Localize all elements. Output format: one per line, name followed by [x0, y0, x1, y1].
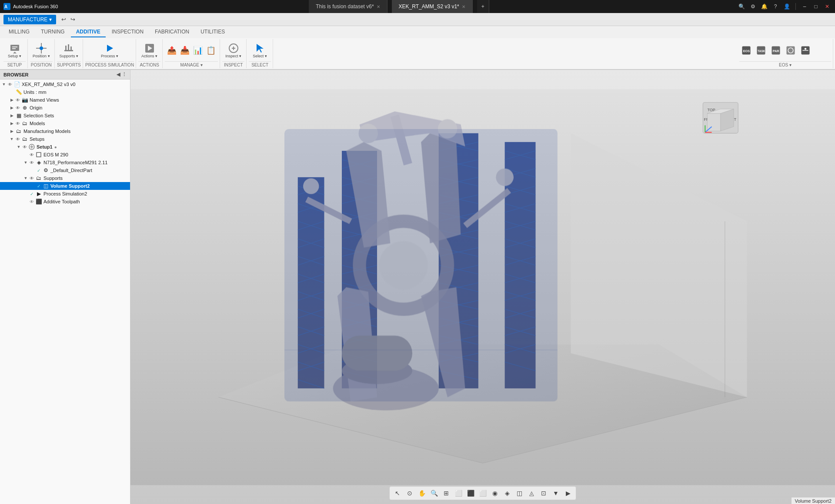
tree-label-setups: Setups	[29, 136, 44, 142]
browser-collapse-icon[interactable]: ◀	[117, 72, 120, 77]
tree-arrow-selection-sets[interactable]: ▶	[9, 113, 15, 118]
panel-manage-label: MANAGE ▾	[165, 61, 218, 68]
process-sim-icon[interactable]: Process ▾	[99, 41, 120, 60]
manage-icon-2[interactable]: 📥	[179, 45, 191, 56]
tree-default-direct[interactable]: ▶ ✓ ⚙ _Default_DirectPart	[0, 166, 130, 174]
tree-label-selection-sets: Selection Sets	[23, 113, 54, 118]
tree-setup1[interactable]: ▼ 👁 Setup1 ●	[0, 143, 130, 151]
tree-volume-support2[interactable]: ▶ ✓ ◫ Volume Support2	[0, 182, 130, 190]
tree-arrow-n718[interactable]: ▼	[23, 160, 29, 165]
orbit-icon[interactable]: ⊙	[404, 488, 415, 498]
actions-icon[interactable]: Actions ▾	[140, 41, 159, 60]
tree-setups[interactable]: ▼ 👁 🗂 Setups	[0, 135, 130, 143]
supports-icon[interactable]: Supports ▾	[58, 41, 80, 60]
pan-icon[interactable]: ✋	[417, 488, 427, 498]
tree-label-named-views: Named Views	[29, 97, 59, 103]
tree-label-eos-m290: EOS M 290	[43, 152, 68, 157]
display-icon-3[interactable]: ◫	[514, 488, 524, 498]
settings-icon[interactable]: ⚙	[748, 2, 757, 11]
panel-process-simulation: Process ▾ PROCESS SIMULATION	[84, 39, 136, 68]
manage-icon-3[interactable]: 📊	[192, 45, 204, 56]
tree-supports[interactable]: ▼ 👁 🗂 Supports	[0, 174, 130, 182]
eos-icon-4[interactable]	[785, 45, 797, 56]
tab-milling[interactable]: MILLING	[3, 27, 35, 37]
tree-named-views[interactable]: ▶ 👁 📷 Named Views	[0, 96, 130, 104]
tree-label-root: XEK_RT_AMM_S2 v3 v0	[21, 82, 75, 87]
play-icon[interactable]: ▶	[563, 488, 573, 498]
manage-icon-4[interactable]: 📋	[205, 45, 217, 56]
browser-menu-icon[interactable]: ⋮	[122, 72, 127, 77]
view-icon-3[interactable]: ⬜	[478, 488, 488, 498]
minimize-button[interactable]: –	[800, 2, 809, 11]
tree-arrow-origin[interactable]: ▶	[9, 106, 15, 110]
filter-icon[interactable]: ▼	[551, 488, 561, 498]
fit-icon[interactable]: ⊞	[441, 488, 451, 498]
zoom-icon[interactable]: 🔍	[429, 488, 439, 498]
tab-dataset[interactable]: This is fusion dataset v6* ✕	[309, 0, 387, 13]
view-icon-2[interactable]: ⬛	[465, 488, 476, 498]
tree-arrow-mfg-models[interactable]: ▶	[9, 129, 15, 133]
manage-icon-1[interactable]: 📤	[166, 45, 178, 56]
manufacture-dropdown[interactable]: MANUFACTURE ▾	[3, 15, 56, 24]
tree-arrow-models[interactable]: ▶	[9, 121, 15, 126]
tree-units[interactable]: ▶ 📏 Units : mm	[0, 88, 130, 96]
tree-arrow-supports[interactable]: ▼	[23, 176, 29, 180]
eos-icon-3[interactable]: PAR	[770, 45, 782, 56]
tree-arrow-named-views[interactable]: ▶	[9, 98, 15, 102]
display-icon-1[interactable]: ◉	[490, 488, 500, 498]
account-icon[interactable]: 👤	[782, 2, 791, 11]
redo-button[interactable]: ↪	[69, 15, 77, 23]
select-icon[interactable]: Select ▾	[251, 41, 269, 60]
tree-arrow-setup1[interactable]: ▼	[16, 145, 22, 149]
tree-label-origin: Origin	[29, 105, 42, 110]
panel-actions: Actions ▾ ACTIONS	[137, 39, 163, 68]
tree-root[interactable]: ▼ 👁 📄 XEK_RT_AMM_S2 v3 v0	[0, 80, 130, 88]
tab-close-2[interactable]: ✕	[462, 4, 465, 9]
view-icon-1[interactable]: ⬜	[453, 488, 464, 498]
cursor-icon[interactable]: ↖	[392, 488, 403, 498]
panel-position: Position ▾ POSITION	[28, 39, 55, 68]
panel-select: Select ▾ SELECT	[247, 39, 273, 68]
setup-icon[interactable]: Setup ▾	[6, 41, 23, 60]
eos-icon-5[interactable]	[799, 45, 812, 56]
tree-process-sim2[interactable]: ▶ ✓ ▶ Process Simulation2	[0, 190, 130, 198]
svg-marker-5	[13, 52, 17, 53]
tree-models[interactable]: ▶ 👁 🗂 Models	[0, 119, 130, 127]
tree-selection-sets[interactable]: ▶ ▦ Selection Sets	[0, 112, 130, 119]
eos-icon-1[interactable]: EOS	[740, 45, 752, 56]
viewport[interactable]: TOP FRONT RIGHT ↖ ⊙ ✋ 🔍 ⊞ ⬜ ⬛ ⬜ ◉	[130, 70, 835, 504]
display-icon-5[interactable]: ⊡	[538, 488, 549, 498]
tab-close-1[interactable]: ✕	[377, 4, 380, 9]
svg-rect-35	[37, 153, 40, 156]
help-icon[interactable]: ?	[771, 2, 780, 11]
tab-utilities[interactable]: UTILITIES	[195, 27, 230, 37]
notification-icon[interactable]: 🔔	[760, 2, 768, 11]
tree-arrow-root[interactable]: ▼	[1, 82, 7, 86]
maximize-button[interactable]: □	[812, 2, 820, 11]
search-icon[interactable]: 🔍	[737, 2, 746, 11]
tree-arrow-setups[interactable]: ▼	[9, 137, 15, 141]
svg-rect-10	[65, 46, 67, 50]
eos-icon-2[interactable]: TASK	[755, 45, 767, 56]
tab-active[interactable]: XEK_RT_AMM_S2 v3 v1* ✕	[392, 0, 473, 13]
tab-turning[interactable]: TURNING	[36, 27, 70, 37]
svg-text:A: A	[4, 4, 7, 9]
inspect-icon[interactable]: Inspect ▾	[224, 41, 243, 60]
tab-inspection[interactable]: INSPECTION	[107, 27, 149, 37]
tree-origin[interactable]: ▶ 👁 ⊕ Origin	[0, 104, 130, 112]
undo-button[interactable]: ↩	[60, 15, 68, 23]
panel-setup-label: SETUP	[3, 61, 26, 68]
tree-additive-toolpath[interactable]: ▶ 👁 ⬛ Additive Toolpath	[0, 198, 130, 206]
new-tab-button[interactable]: +	[477, 0, 489, 13]
display-icon-2[interactable]: ◈	[502, 488, 512, 498]
svg-rect-3	[12, 46, 17, 47]
tab-additive[interactable]: ADDITIVE	[71, 27, 106, 37]
tree-eos-m290[interactable]: ▶ 👁 EOS M 290	[0, 151, 130, 159]
display-icon-4[interactable]: ◬	[526, 488, 537, 498]
panel-setup: Setup ▾ SETUP	[2, 39, 28, 68]
tree-n718[interactable]: ▼ 👁 ◈ N718_PerformanceM291 2.11	[0, 159, 130, 166]
close-button[interactable]: ✕	[823, 2, 832, 11]
tab-fabrication[interactable]: FABRICATION	[150, 27, 194, 37]
tree-mfg-models[interactable]: ▶ 🗂 Manufacturing Models	[0, 127, 130, 135]
position-icon[interactable]: Position ▾	[31, 41, 52, 60]
